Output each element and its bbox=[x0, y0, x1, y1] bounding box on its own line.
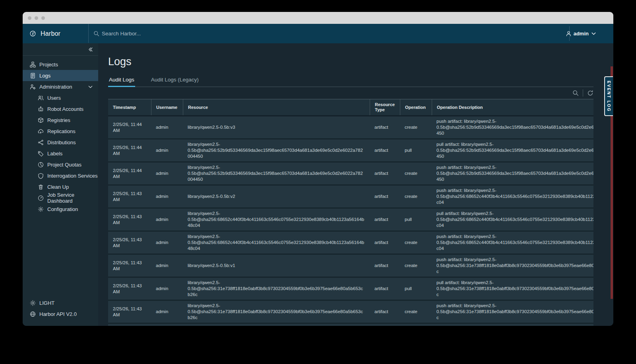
robot-icon bbox=[38, 106, 44, 112]
cell-resource-type: artifact bbox=[370, 232, 400, 254]
cell-operation: create bbox=[400, 255, 432, 277]
cell-operation: create bbox=[400, 186, 432, 207]
logs-icon bbox=[30, 73, 36, 79]
description-text: push artifact: library/qwen2.5-0.5b@sha2… bbox=[436, 118, 593, 136]
cell-operation-description: push artifact: library/qwen2.5-0.5b@sha2… bbox=[432, 301, 593, 323]
sidebar-item-interrogation-services[interactable]: Interrogation Services bbox=[23, 170, 98, 181]
cell-timestamp: 2/25/26, 11:43 AM bbox=[108, 255, 151, 277]
screen: Harbor Search Harbor... admin bbox=[0, 0, 636, 364]
sidebar-item-robot-accounts[interactable]: Robot Accounts bbox=[23, 103, 98, 114]
sidebar-collapse-button[interactable] bbox=[23, 43, 98, 56]
window-minimize-button[interactable] bbox=[35, 16, 38, 20]
cell-username: admin bbox=[151, 278, 183, 300]
cell-operation-description: push artifact: library/qwen2.5-0.5b@sha2… bbox=[432, 163, 593, 184]
sidebar-item-label: Administration bbox=[39, 84, 72, 90]
sidebar-item-label: Logs bbox=[39, 73, 50, 79]
event-log-drawer-tab[interactable]: EVENT LOG bbox=[604, 76, 613, 116]
cell-username: admin bbox=[151, 324, 183, 326]
trash-icon bbox=[38, 184, 44, 190]
table-row: 2/25/26, 11:43 AMadminlibrary/qwen2.5-0.… bbox=[108, 232, 593, 255]
sidebar-item-label: Users bbox=[47, 95, 61, 101]
header-bar: Harbor Search Harbor... admin bbox=[23, 24, 613, 43]
cell-resource-type: artifact bbox=[370, 139, 400, 161]
search-icon bbox=[93, 31, 99, 37]
tab-bar: Audit LogsAudit Logs (Legacy) bbox=[108, 74, 593, 87]
table-row: 2/25/26, 11:39 AMadminlibrary/qwen2.5-0.… bbox=[108, 324, 593, 326]
username-label: admin bbox=[574, 31, 589, 37]
cell-username: admin bbox=[151, 116, 183, 138]
label-icon bbox=[38, 151, 44, 157]
table-toolbar bbox=[108, 87, 593, 99]
sidebar-item-projects[interactable]: Projects bbox=[23, 59, 98, 70]
description-text: pull artifact: library/qwen2.5-0.5b@sha2… bbox=[436, 280, 593, 298]
cell-resource: library/qwen2.5-0.5b:v1 bbox=[183, 255, 370, 277]
harbor-logo-icon bbox=[30, 31, 36, 37]
cell-operation-description: push artifact: library/qwen2.5-0.5b@sha2… bbox=[432, 232, 593, 254]
tab-audit-logs[interactable]: Audit Logs bbox=[108, 74, 135, 87]
cell-resource-type: artifact bbox=[370, 255, 400, 277]
cell-resource: library/qwen2.5-0.5b@sha256:52b9d5334656… bbox=[183, 163, 370, 184]
sidebar-item-clean-up[interactable]: Clean Up bbox=[23, 181, 98, 192]
sidebar-item-users[interactable]: Users bbox=[23, 92, 98, 103]
sidebar-item-distributions[interactable]: Distributions bbox=[23, 137, 98, 148]
sidebar-item-replications[interactable]: Replications bbox=[23, 126, 98, 137]
window-close-button[interactable] bbox=[28, 16, 31, 20]
projects-icon bbox=[30, 62, 36, 68]
sidebar: ProjectsLogsAdministrationUsersRobot Acc… bbox=[23, 43, 98, 326]
sidebar-item-logs[interactable]: Logs bbox=[23, 70, 98, 81]
user-icon bbox=[566, 31, 572, 37]
tab-audit-logs-legacy[interactable]: Audit Logs (Legacy) bbox=[150, 74, 200, 87]
cell-resource: library/qwen2.5-0.5b@sha256:68652c440f3b… bbox=[183, 232, 370, 254]
cell-timestamp: 2/25/26, 11:44 AM bbox=[108, 139, 151, 161]
column-label: Operation bbox=[405, 105, 426, 110]
sidebar-item-registries[interactable]: Registries bbox=[23, 114, 98, 126]
sidebar-item-job-service-dashboard[interactable]: Job Service Dashboard bbox=[23, 192, 98, 203]
sidebar-item-labels[interactable]: Labels bbox=[23, 148, 98, 159]
table-body: 2/25/26, 11:44 AMadminlibrary/qwen2.5-0.… bbox=[108, 116, 593, 326]
cell-operation: create bbox=[400, 163, 432, 184]
sidebar-footer: LIGHTHarbor API V2.0 bbox=[23, 297, 98, 319]
cell-resource-type: artifact bbox=[370, 301, 400, 323]
cell-username: admin bbox=[151, 139, 183, 161]
sidebar-item-project-quotas[interactable]: Project Quotas bbox=[23, 159, 98, 170]
sidebar-item-label: Clean Up bbox=[47, 184, 69, 190]
table-row: 2/25/26, 11:44 AMadminlibrary/qwen2.5-0.… bbox=[108, 139, 593, 163]
description-text: push artifact: library/qwen2.5-0.5b@sha2… bbox=[436, 234, 593, 252]
column-label: Username bbox=[156, 105, 177, 110]
toolbar-divider bbox=[583, 89, 583, 97]
users-icon bbox=[38, 95, 44, 101]
cell-timestamp: 2/25/26, 11:43 AM bbox=[108, 186, 151, 207]
quota-icon bbox=[38, 162, 44, 168]
description-text: pull artifact: library/qwen2.5-0.5b@sha2… bbox=[436, 141, 593, 159]
cell-resource-type: artifact bbox=[370, 278, 400, 300]
sidebar-item-label: LIGHT bbox=[39, 300, 54, 306]
cell-resource: library/qwen2.5-0.5b:v2 bbox=[183, 186, 370, 207]
cell-timestamp: 2/25/26, 11:43 AM bbox=[108, 232, 151, 254]
sidebar-item-label: Robot Accounts bbox=[47, 106, 83, 112]
brand[interactable]: Harbor bbox=[23, 30, 60, 37]
sidebar-item-harbor-api[interactable]: Harbor API V2.0 bbox=[23, 308, 98, 319]
content-area: ProjectsLogsAdministrationUsersRobot Acc… bbox=[23, 43, 613, 326]
search-icon[interactable] bbox=[572, 90, 579, 96]
audit-log-table: TimestampUsernameResourceResource TypeOp… bbox=[108, 99, 593, 326]
table-row: 2/25/26, 11:43 AMadminlibrary/qwen2.5-0.… bbox=[108, 255, 593, 278]
global-search[interactable]: Search Harbor... bbox=[93, 31, 141, 37]
cell-resource-type: artifact bbox=[370, 163, 400, 184]
sidebar-item-label: Distributions bbox=[47, 139, 76, 145]
event-log-tab-label: EVENT LOG bbox=[607, 81, 611, 112]
cell-timestamp: 2/25/26, 11:44 AM bbox=[108, 163, 151, 184]
table-row: 2/25/26, 11:44 AMadminlibrary/qwen2.5-0.… bbox=[108, 163, 593, 186]
user-menu[interactable]: admin bbox=[566, 31, 597, 37]
window-maximize-button[interactable] bbox=[41, 16, 45, 20]
sidebar-item-configuration[interactable]: Configuration bbox=[23, 203, 98, 215]
refresh-icon[interactable] bbox=[587, 90, 593, 96]
sidebar-item-theme-toggle[interactable]: LIGHT bbox=[23, 297, 98, 308]
sidebar-item-label: Registries bbox=[47, 117, 70, 123]
table-row: 2/25/26, 11:43 AMadminlibrary/qwen2.5-0.… bbox=[108, 278, 593, 301]
cell-operation: create bbox=[400, 232, 432, 254]
column-label: Resource Type bbox=[375, 102, 395, 112]
cell-operation-description: delete artifact: library/qwen2.5-0.5b@sh… bbox=[432, 324, 593, 326]
sidebar-item-administration[interactable]: Administration bbox=[23, 81, 98, 92]
description-text: pull artifact: library/qwen2.5-0.5b@sha2… bbox=[436, 211, 593, 228]
column-header-timestamp: Timestamp bbox=[108, 99, 151, 115]
